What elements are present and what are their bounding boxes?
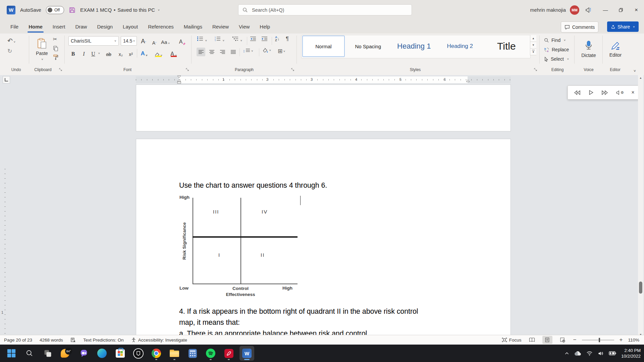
tab-review[interactable]: Review xyxy=(207,20,234,34)
borders-button[interactable]: ⊞ ∨ xyxy=(278,48,285,55)
badge-outline-app-button[interactable] xyxy=(131,346,146,361)
vertical-scrollbar[interactable]: ▲ ▼ xyxy=(638,74,643,338)
start-button[interactable] xyxy=(4,346,19,361)
style-title[interactable]: Title xyxy=(483,36,530,57)
clipboard-dialog-launcher-icon[interactable] xyxy=(59,68,62,71)
battery-icon[interactable] xyxy=(609,351,616,355)
zoom-slider-thumb[interactable] xyxy=(599,338,600,342)
cut-icon[interactable]: ✂ xyxy=(53,36,57,42)
feedback-megaphone-icon[interactable] xyxy=(585,6,592,13)
font-dialog-launcher-icon[interactable] xyxy=(186,68,189,71)
format-painter-icon[interactable] xyxy=(53,54,59,60)
tab-layout[interactable]: Layout xyxy=(118,20,143,34)
replace-button[interactable]: bc Replace xyxy=(544,45,569,54)
web-layout-button[interactable] xyxy=(558,336,568,344)
edge-button[interactable] xyxy=(95,346,109,361)
style-normal[interactable]: Normal xyxy=(302,36,345,57)
calculator-button[interactable] xyxy=(185,346,200,361)
line-spacing-button[interactable]: ↕ ∨ xyxy=(243,48,253,53)
task-view-button[interactable] xyxy=(40,346,55,361)
next-paragraph-icon[interactable] xyxy=(601,90,608,95)
tab-insert[interactable]: Insert xyxy=(48,20,70,34)
bullets-chevron-icon[interactable]: ∨ xyxy=(205,39,207,42)
tab-selector[interactable] xyxy=(3,76,10,83)
zoom-out-button[interactable]: − xyxy=(573,337,577,343)
previous-paragraph-icon[interactable] xyxy=(574,90,581,95)
styles-more-icon[interactable]: ▼ xyxy=(530,49,536,55)
styles-scroll-down-icon[interactable]: ▼ xyxy=(530,42,536,49)
play-icon[interactable] xyxy=(589,90,594,95)
sort-button[interactable]: A Z ↓ xyxy=(275,36,279,42)
collapse-ribbon-icon[interactable]: ∨ xyxy=(633,69,636,73)
acrobat-button[interactable] xyxy=(221,346,236,361)
underline-button[interactable]: U xyxy=(89,48,97,58)
italic-button[interactable]: I xyxy=(80,48,88,58)
change-case-button[interactable]: Aa∨ xyxy=(161,36,170,46)
styles-scroll-up-icon[interactable]: ▲ xyxy=(530,35,536,42)
numbering-chevron-icon[interactable]: ∨ xyxy=(222,39,225,42)
tab-help[interactable]: Help xyxy=(255,20,275,34)
shrink-font-button[interactable]: Aˇ xyxy=(150,37,158,46)
avatar[interactable]: MM xyxy=(570,5,579,15)
taskbar-search-button[interactable] xyxy=(22,346,37,361)
paste-button[interactable]: Paste ∨ xyxy=(32,35,52,64)
volume-icon[interactable] xyxy=(598,351,604,356)
increase-indent-button[interactable] xyxy=(262,36,268,41)
weather-widget-button[interactable]: 84° xyxy=(58,346,73,361)
strikethrough-button[interactable]: ab xyxy=(105,48,113,58)
question-4-paragraph[interactable]: 4. If a risk appears in the bottom right… xyxy=(179,306,430,328)
subscript-button[interactable]: x₂ xyxy=(117,48,125,58)
pilcrow-button[interactable]: ¶ xyxy=(286,36,289,42)
undo-button[interactable]: ↶∨ xyxy=(7,37,16,45)
close-button[interactable]: × xyxy=(629,2,644,18)
scroll-up-icon[interactable]: ▲ xyxy=(638,75,643,80)
wifi-icon[interactable] xyxy=(586,351,593,356)
dictate-button[interactable]: Dictate xyxy=(578,36,600,62)
page-status[interactable]: Page 20 of 23 xyxy=(4,338,32,343)
read-aloud-close-icon[interactable]: × xyxy=(631,89,634,96)
style-heading1[interactable]: Heading 1 xyxy=(391,36,437,57)
accessibility-status[interactable]: Accessibility: Investigate xyxy=(131,338,187,343)
tab-references[interactable]: References xyxy=(143,20,179,34)
shading-button[interactable]: ∨ xyxy=(262,48,271,53)
minimize-button[interactable]: — xyxy=(598,2,613,18)
bullets-button[interactable] xyxy=(197,36,203,41)
zoom-level[interactable]: 110% xyxy=(628,338,639,343)
search-box[interactable] xyxy=(238,4,412,15)
document-title[interactable]: EXAM 1 MCQ • Saved to this PC ∨ xyxy=(80,7,160,13)
paragraph-dialog-launcher-icon[interactable] xyxy=(291,68,294,71)
style-no-spacing[interactable]: No Spacing xyxy=(345,36,391,57)
intro-paragraph[interactable]: Use the chart to answer questions 4 thro… xyxy=(179,180,327,191)
style-heading2[interactable]: Heading 2 xyxy=(437,36,483,57)
word-count[interactable]: 4268 words xyxy=(40,338,63,343)
font-name-combo[interactable]: CharisSIL∨ xyxy=(68,36,119,46)
copy-icon[interactable] xyxy=(53,46,58,52)
tab-file[interactable]: File xyxy=(5,20,23,34)
tray-chevron-icon[interactable] xyxy=(565,352,569,355)
align-left-button[interactable] xyxy=(197,48,205,56)
font-color-button[interactable]: A ∨ xyxy=(170,48,178,58)
user-name[interactable]: mehrin maknojia xyxy=(530,7,566,13)
page-20[interactable]: Use the chart to answer questions 4 thro… xyxy=(136,139,511,335)
find-button[interactable]: Find ∨ xyxy=(544,36,566,45)
right-indent-marker[interactable] xyxy=(466,79,470,83)
zoom-in-button[interactable]: + xyxy=(620,337,623,343)
justify-button[interactable] xyxy=(229,48,237,56)
underline-chevron-icon[interactable]: ∨ xyxy=(98,52,100,55)
comments-button[interactable]: Comments xyxy=(561,21,598,33)
multilevel-chevron-icon[interactable]: ∨ xyxy=(240,39,243,42)
superscript-button[interactable]: x² xyxy=(127,48,135,58)
tab-draw[interactable]: Draw xyxy=(70,20,92,34)
voice-settings-icon[interactable]: ⚙ xyxy=(616,90,624,95)
tab-design[interactable]: Design xyxy=(92,20,118,34)
styles-dialog-launcher-icon[interactable] xyxy=(534,68,537,71)
search-input[interactable] xyxy=(251,7,408,13)
tab-view[interactable]: View xyxy=(234,20,255,34)
zoom-slider[interactable] xyxy=(582,340,614,340)
page-19-bottom[interactable] xyxy=(136,84,511,131)
bold-button[interactable]: B xyxy=(69,48,77,58)
clear-formatting-button[interactable]: A xyxy=(178,36,186,46)
tab-home[interactable]: Home xyxy=(23,20,48,34)
proofing-icon[interactable] xyxy=(70,338,76,343)
chrome-button[interactable] xyxy=(149,346,164,361)
